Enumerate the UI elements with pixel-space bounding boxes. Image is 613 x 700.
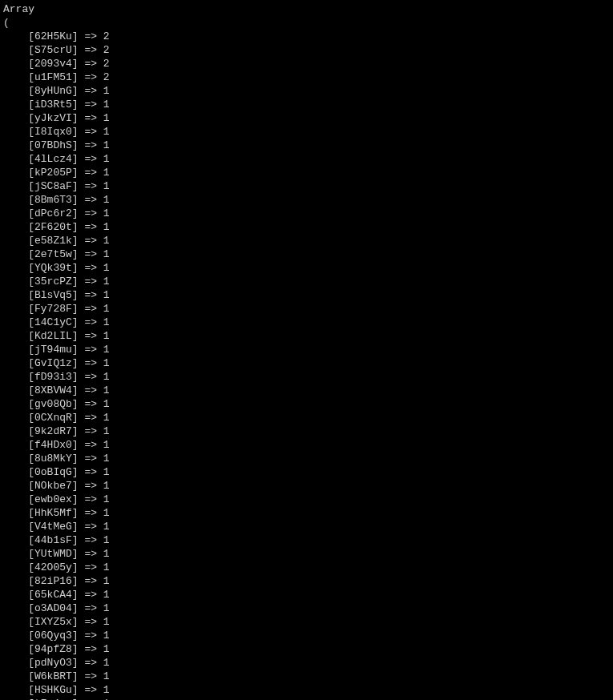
array-entry: [yJkzVI] => 1: [3, 111, 613, 125]
array-entry: [u1FM51] => 2: [3, 70, 613, 84]
array-header: Array: [3, 2, 613, 16]
array-entry: [NOkbe7] => 1: [3, 479, 613, 493]
array-entry: [HhK5Mf] => 1: [3, 506, 613, 520]
array-entry: [t7y4eo] => 1: [3, 697, 613, 700]
array-entry: [8u8MkY] => 1: [3, 452, 613, 465]
array-entry: [iD3Rt5] => 1: [3, 98, 613, 111]
array-open-paren: (: [3, 16, 613, 30]
array-entry: [I8Iqx0] => 1: [3, 125, 613, 139]
array-entry: [94pfZ8] => 1: [3, 642, 613, 656]
array-entry: [0CXnqR] => 1: [3, 411, 613, 424]
array-entry: [62H5Ku] => 2: [3, 30, 613, 43]
array-entry: [V4tMeG] => 1: [3, 520, 613, 533]
array-entry: [BlsVq5] => 1: [3, 288, 613, 302]
array-entry: [gv08Qb] => 1: [3, 397, 613, 411]
array-entry: [dPc6r2] => 1: [3, 207, 613, 220]
array-entry: [35rcPZ] => 1: [3, 275, 613, 288]
array-entries: [62H5Ku] => 2 [S75crU] => 2 [2093v4] => …: [3, 30, 613, 700]
array-entry: [82iP16] => 1: [3, 574, 613, 588]
array-entry: [ewb0ex] => 1: [3, 493, 613, 506]
array-entry: [S75crU] => 2: [3, 43, 613, 57]
array-entry: [44b1sF] => 1: [3, 533, 613, 547]
array-entry: [07BDhS] => 1: [3, 139, 613, 152]
array-entry: [jSC8aF] => 1: [3, 179, 613, 193]
array-entry: [HSHKGu] => 1: [3, 683, 613, 697]
array-entry: [pdNyO3] => 1: [3, 656, 613, 670]
array-entry: [8Bm6T3] => 1: [3, 193, 613, 207]
array-entry: [42O05y] => 1: [3, 561, 613, 574]
array-entry: [jT94mu] => 1: [3, 343, 613, 356]
array-entry: [GvIQ1z] => 1: [3, 356, 613, 370]
array-entry: [2F620t] => 1: [3, 220, 613, 234]
array-entry: [Kd2LIL] => 1: [3, 329, 613, 343]
array-entry: [e58Z1k] => 1: [3, 234, 613, 247]
array-entry: [9k2dR7] => 1: [3, 424, 613, 438]
terminal-output[interactable]: Array ( [62H5Ku] => 2 [S75crU] => 2 [209…: [3, 2, 613, 700]
array-entry: [8XBVW4] => 1: [3, 384, 613, 397]
array-entry: [4lLcz4] => 1: [3, 152, 613, 166]
array-entry: [kP205P] => 1: [3, 166, 613, 179]
array-entry: [o3AD04] => 1: [3, 601, 613, 615]
array-entry: [8yHUnG] => 1: [3, 84, 613, 98]
array-entry: [Fy728F] => 1: [3, 302, 613, 316]
array-entry: [65kCA4] => 1: [3, 588, 613, 601]
array-entry: [YQk39t] => 1: [3, 261, 613, 275]
array-entry: [0oBIqG] => 1: [3, 465, 613, 479]
array-entry: [06Qyq3] => 1: [3, 629, 613, 642]
array-entry: [14C1yC] => 1: [3, 316, 613, 329]
array-entry: [W6kBRT] => 1: [3, 670, 613, 683]
array-entry: [f4HDx0] => 1: [3, 438, 613, 452]
array-entry: [2e7t5w] => 1: [3, 247, 613, 261]
array-entry: [IXYZ5x] => 1: [3, 615, 613, 629]
array-entry: [fD93i3] => 1: [3, 370, 613, 384]
array-entry: [YUtWMD] => 1: [3, 547, 613, 561]
array-entry: [2093v4] => 2: [3, 57, 613, 70]
